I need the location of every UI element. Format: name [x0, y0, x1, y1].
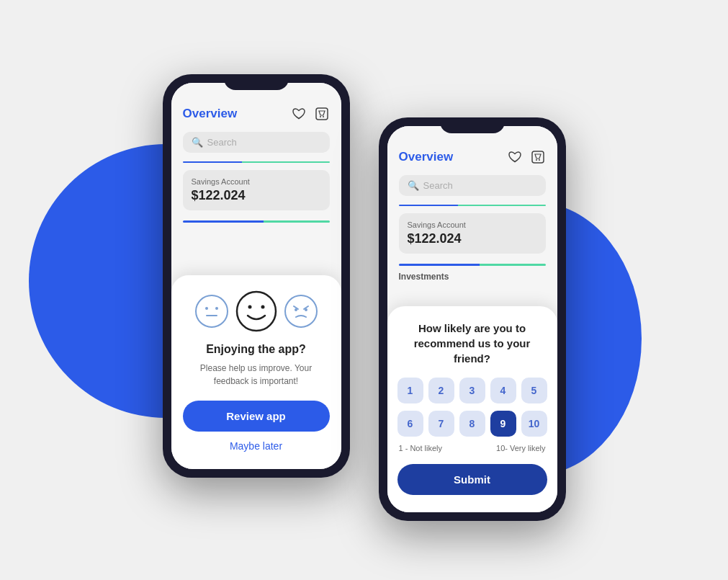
search-icon-2: 🔍 — [408, 180, 419, 191]
nps-title: How likely are you to recommend us to yo… — [397, 321, 547, 366]
investments-row: Investments — [387, 266, 557, 285]
nps-grid-row1: 12345 — [397, 378, 547, 403]
phone-2-account-amount: $122.024 — [408, 231, 537, 246]
svg-point-9 — [261, 305, 264, 308]
angry-face-icon — [284, 294, 318, 329]
svg-point-8 — [248, 305, 251, 308]
phone-1-header-icons — [291, 106, 330, 122]
phone-2-notch — [440, 117, 505, 133]
nps-btn-9[interactable]: 9 — [490, 411, 516, 437]
review-app-button[interactable]: Review app — [183, 401, 330, 432]
svg-rect-0 — [316, 108, 328, 120]
emoji-row — [194, 290, 318, 333]
phone-2-header-icons — [507, 149, 546, 165]
phone-2-inner: Overview — [387, 126, 557, 512]
svg-point-7 — [237, 292, 276, 331]
search-icon-1: 🔍 — [192, 137, 203, 148]
svg-rect-15 — [532, 151, 544, 163]
phone-2-search-bar[interactable]: 🔍 Search — [399, 175, 546, 196]
svg-point-13 — [295, 308, 297, 311]
svg-point-14 — [305, 308, 307, 311]
phone-2: Overview — [379, 117, 566, 521]
phones-container: Overview — [163, 74, 566, 521]
phone-1-notch — [224, 74, 289, 90]
cart-icon[interactable] — [314, 106, 330, 122]
phone-2-account-card: Savings Account $122.024 — [399, 213, 546, 254]
phone-1-divider — [183, 161, 330, 163]
svg-point-17 — [539, 159, 540, 161]
nps-btn-8[interactable]: 8 — [459, 411, 485, 437]
phone-2-account-label: Savings Account — [408, 220, 537, 229]
nps-btn-6[interactable]: 6 — [397, 411, 423, 437]
svg-point-1 — [320, 116, 321, 117]
submit-button[interactable]: Submit — [397, 464, 547, 495]
nps-btn-2[interactable]: 2 — [428, 378, 454, 403]
nps-label-low: 1 - Not likely — [399, 444, 443, 452]
scene: Overview — [0, 0, 728, 580]
happy-face-icon — [235, 290, 278, 333]
nps-grid-row2: 678910 — [397, 411, 547, 437]
phone-1: Overview — [163, 74, 350, 478]
svg-point-2 — [323, 116, 324, 117]
phone-1-account-bar — [183, 220, 330, 223]
nps-labels: 1 - Not likely 10- Very likely — [397, 444, 547, 452]
nps-label-high: 10- Very likely — [496, 444, 545, 452]
nps-btn-7[interactable]: 7 — [428, 411, 454, 437]
svg-point-16 — [536, 159, 537, 161]
phone-1-account-card: Savings Account $122.024 — [183, 170, 330, 210]
svg-point-3 — [196, 295, 228, 327]
nps-btn-10[interactable]: 10 — [521, 411, 547, 437]
cart-icon-2[interactable] — [530, 149, 546, 165]
phone-1-search-text: Search — [207, 137, 237, 148]
nps-btn-1[interactable]: 1 — [397, 378, 423, 403]
enjoying-subtitle: Please help us improve. Your feedback is… — [183, 362, 330, 388]
phone-1-bottom-sheet: Enjoying the app? Please help us improve… — [171, 275, 341, 469]
neutral-face-icon — [194, 294, 229, 329]
svg-point-10 — [285, 295, 317, 327]
phone-1-account-label: Savings Account — [192, 177, 321, 186]
phone-1-title: Overview — [183, 107, 238, 121]
phone-1-search-bar[interactable]: 🔍 Search — [183, 132, 330, 153]
phone-2-search-text: Search — [423, 180, 453, 191]
nps-btn-5[interactable]: 5 — [521, 378, 547, 403]
phone-1-inner: Overview — [171, 83, 341, 469]
heart-icon[interactable] — [291, 106, 307, 122]
svg-point-4 — [205, 307, 208, 310]
nps-bottom-sheet: How likely are you to recommend us to yo… — [387, 306, 557, 512]
maybe-later-button[interactable]: Maybe later — [230, 440, 282, 452]
enjoying-title: Enjoying the app? — [206, 343, 306, 356]
nps-btn-3[interactable]: 3 — [459, 378, 485, 403]
phone-2-title: Overview — [399, 150, 454, 164]
heart-icon-2[interactable] — [507, 149, 523, 165]
svg-point-5 — [215, 307, 218, 310]
nps-btn-4[interactable]: 4 — [490, 378, 516, 403]
phone-1-account-amount: $122.024 — [192, 188, 321, 203]
phone-2-divider — [399, 205, 546, 206]
